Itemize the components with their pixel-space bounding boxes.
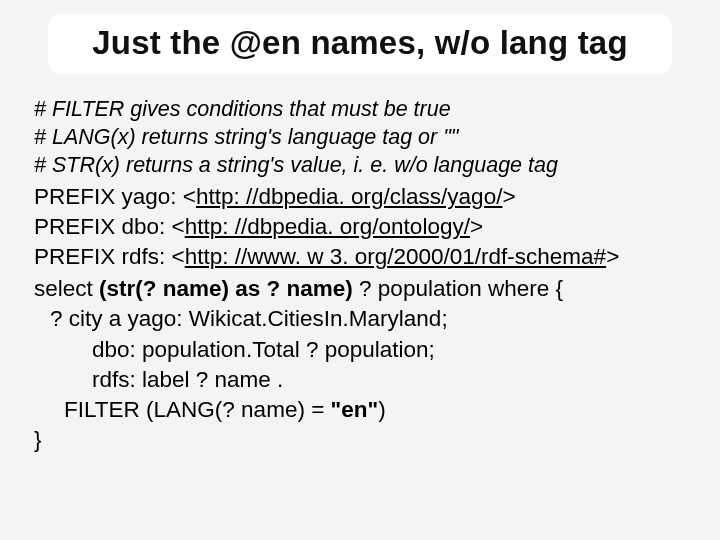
filter-line: FILTER (LANG(? name) = "en") [34,395,692,425]
select-post: ? population where { [353,276,563,301]
prefix-rdfs-post: > [606,244,619,269]
prefix-yago: PREFIX yago: <http: //dbpedia. org/class… [34,182,692,212]
prefix-yago-url[interactable]: http: //dbpedia. org/class/yago/ [196,184,502,209]
slide: Just the @en names, w/o lang tag # FILTE… [0,0,720,540]
comment-line-3: # STR(x) returns a string's value, i. e.… [34,152,692,180]
prefix-dbo-pre: PREFIX dbo: < [34,214,185,239]
select-line: select (str(? name) as ? name) ? populat… [34,274,692,304]
filter-pre: FILTER (LANG(? name) = [64,397,331,422]
filter-bold: "en" [331,397,379,422]
comment-line-1: # FILTER gives conditions that must be t… [34,96,692,124]
select-pre: select [34,276,99,301]
query-close-brace: } [34,425,692,455]
title-box: Just the @en names, w/o lang tag [48,14,672,74]
comment-line-2: # LANG(x) returns string's language tag … [34,124,692,152]
prefix-yago-pre: PREFIX yago: < [34,184,196,209]
query-line-population: dbo: population.Total ? population; [34,335,692,365]
prefix-dbo: PREFIX dbo: <http: //dbpedia. org/ontolo… [34,212,692,242]
query-line-label: rdfs: label ? name . [34,365,692,395]
prefix-rdfs-pre: PREFIX rdfs: < [34,244,185,269]
slide-body: # FILTER gives conditions that must be t… [34,96,692,455]
prefix-rdfs: PREFIX rdfs: <http: //www. w 3. org/2000… [34,242,692,272]
select-bold: (str(? name) as ? name) [99,276,353,301]
prefix-dbo-post: > [470,214,483,239]
query-line-city: ? city a yago: Wikicat.CitiesIn.Maryland… [34,304,692,334]
prefix-rdfs-url[interactable]: http: //www. w 3. org/2000/01/rdf-schema… [185,244,606,269]
prefix-yago-post: > [502,184,515,209]
slide-title: Just the @en names, w/o lang tag [58,24,662,62]
filter-post: ) [378,397,386,422]
prefix-dbo-url[interactable]: http: //dbpedia. org/ontology/ [185,214,470,239]
